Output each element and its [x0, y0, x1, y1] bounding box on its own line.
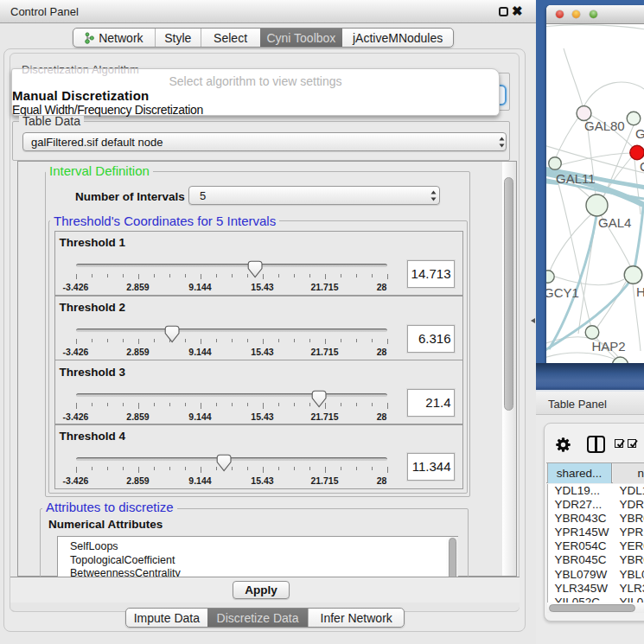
svg-text:GAL80: GAL80 — [584, 118, 625, 133]
svg-text:C: C — [640, 159, 644, 174]
svg-text:GCY1: GCY1 — [546, 285, 579, 300]
svg-text:GA: GA — [635, 126, 644, 141]
svg-text:HI: HI — [636, 284, 644, 299]
svg-text:GAL4: GAL4 — [598, 215, 631, 230]
svg-text:HAP2: HAP2 — [592, 339, 626, 354]
svg-text:GAL11: GAL11 — [556, 171, 596, 186]
